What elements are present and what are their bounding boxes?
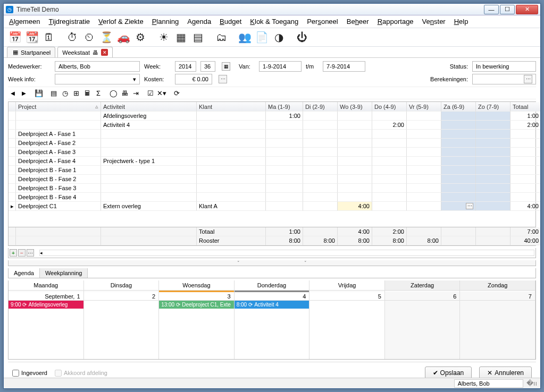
grid-cell[interactable] bbox=[266, 175, 303, 184]
grid-cell[interactable] bbox=[266, 130, 303, 139]
table-row[interactable]: Deelproject B - Fase 4 bbox=[9, 193, 535, 202]
cal-cell-mon[interactable]: 9:00 ⟳ Afdelingsoverleg bbox=[9, 301, 84, 359]
grid-cell[interactable] bbox=[266, 184, 303, 193]
grid-column-header[interactable]: Zo (7-9) bbox=[476, 102, 510, 112]
menu-item[interactable]: Budget bbox=[220, 18, 241, 25]
grid-cell[interactable] bbox=[372, 157, 407, 166]
stopwatch-gear-icon[interactable]: ⚙ bbox=[133, 30, 147, 44]
circle-icon[interactable]: ◯ bbox=[108, 88, 118, 98]
opslaan-button[interactable]: ✔Opslaan bbox=[425, 367, 472, 378]
grid-cell[interactable] bbox=[101, 148, 197, 157]
grid-cell[interactable] bbox=[9, 193, 16, 202]
grid-cell[interactable] bbox=[9, 130, 16, 139]
grid-cell[interactable] bbox=[197, 121, 266, 130]
grid-cell[interactable] bbox=[16, 121, 101, 130]
grid-cell[interactable] bbox=[441, 175, 476, 184]
date-to-field[interactable]: 7-9-2014 bbox=[323, 61, 365, 72]
grid-column-header[interactable]: Wo (3-9) bbox=[338, 102, 372, 112]
grid-cell[interactable]: Afdelingsoverleg bbox=[101, 112, 197, 121]
menu-item[interactable]: Beheer bbox=[347, 18, 369, 25]
grid-cell[interactable] bbox=[476, 130, 510, 139]
grid-cell[interactable] bbox=[9, 184, 16, 193]
menu-item[interactable]: Help bbox=[454, 18, 468, 25]
grid-cell[interactable] bbox=[266, 193, 303, 202]
calendar-date-cell[interactable]: 6 bbox=[385, 292, 461, 301]
grid-cell[interactable] bbox=[197, 148, 266, 157]
table-row[interactable]: Deelproject A - Fase 2 bbox=[9, 139, 535, 148]
grid-cell[interactable] bbox=[476, 166, 510, 175]
berekeningen-field[interactable]: ⋯ bbox=[472, 74, 536, 84]
table-row[interactable]: Activiteit 42:002:00 bbox=[9, 121, 535, 130]
grid-cell[interactable] bbox=[407, 112, 441, 121]
cal-cell-wed[interactable]: 13:00 ⟳ Deelproject C1, Exte bbox=[159, 301, 235, 359]
prev-icon[interactable]: ◄ bbox=[8, 88, 18, 98]
grid-cell[interactable] bbox=[372, 148, 407, 157]
minimize-button[interactable]: — bbox=[484, 5, 499, 14]
resize-grip-icon[interactable]: �ıı bbox=[526, 379, 537, 387]
grid-cell[interactable] bbox=[407, 166, 441, 175]
grid-cell[interactable]: 2:00 bbox=[510, 121, 540, 130]
grid-cell[interactable] bbox=[9, 166, 16, 175]
calendar-icon[interactable]: ⊞ bbox=[71, 88, 81, 98]
grid-cell[interactable]: Activiteit 4 bbox=[101, 121, 197, 130]
grid-cell[interactable] bbox=[407, 130, 441, 139]
grid-cell[interactable] bbox=[338, 148, 372, 157]
grid-cell[interactable] bbox=[441, 130, 476, 139]
card-icon[interactable]: 🗂 bbox=[214, 30, 228, 44]
grid-cell[interactable] bbox=[510, 130, 540, 139]
grid-cell[interactable] bbox=[197, 175, 266, 184]
grid-cell[interactable] bbox=[407, 157, 441, 166]
menu-item[interactable]: Personeel bbox=[307, 18, 338, 25]
event-afdelingsoverleg[interactable]: 9:00 ⟳ Afdelingsoverleg bbox=[9, 301, 83, 309]
calendar-date-cell[interactable]: 5 bbox=[309, 292, 385, 301]
grid-cell[interactable] bbox=[9, 112, 16, 121]
doc-icon[interactable]: ▤ bbox=[49, 88, 58, 98]
grid-cell[interactable] bbox=[407, 193, 441, 202]
grid-column-header[interactable]: Totaal bbox=[510, 102, 540, 112]
grid-cell[interactable] bbox=[9, 121, 16, 130]
grid-cell[interactable] bbox=[441, 112, 476, 121]
people-icon[interactable]: 👥 bbox=[238, 30, 252, 44]
print-icon[interactable]: 🖶 bbox=[92, 49, 99, 56]
table-row[interactable]: Deelproject A - Fase 1 bbox=[9, 130, 535, 139]
stopwatch-icon[interactable]: ⏱ bbox=[65, 30, 79, 44]
export-icon[interactable]: ⇥ bbox=[131, 88, 140, 98]
calendar-date-cell[interactable]: 2 bbox=[84, 292, 160, 301]
weekinfo-field[interactable]: ▾ bbox=[55, 74, 140, 84]
grid-cell[interactable] bbox=[16, 112, 101, 121]
check-icon[interactable]: ☑ bbox=[146, 88, 155, 98]
calendar-date-cell[interactable]: September,1 bbox=[9, 292, 84, 301]
grid-cell[interactable] bbox=[510, 184, 540, 193]
remove-row-button[interactable]: − bbox=[18, 249, 26, 257]
calendar-date-cell[interactable]: 7 bbox=[460, 292, 535, 301]
grid-cell[interactable] bbox=[303, 139, 338, 148]
grid-cell[interactable] bbox=[101, 184, 197, 193]
grid-cell[interactable] bbox=[266, 157, 303, 166]
menu-item[interactable]: Verlof & Ziekte bbox=[98, 18, 144, 25]
grid-cell[interactable] bbox=[510, 166, 540, 175]
grid-cell[interactable] bbox=[407, 148, 441, 157]
grid-cell[interactable] bbox=[476, 112, 510, 121]
tools-icon[interactable]: ✕▾ bbox=[157, 88, 166, 98]
table-row[interactable]: Deelproject B - Fase 2 bbox=[9, 175, 535, 184]
print-small-icon[interactable]: 🖶 bbox=[120, 88, 129, 98]
clock-icon[interactable]: ◷ bbox=[60, 88, 70, 98]
grid-cell[interactable] bbox=[372, 166, 407, 175]
calendar-star-icon[interactable]: 📆 bbox=[25, 30, 39, 44]
annuleren-button[interactable]: ✕Annuleren bbox=[479, 367, 532, 378]
grid-cell[interactable] bbox=[476, 175, 510, 184]
horizontal-scrollbar[interactable]: ◂ bbox=[39, 250, 534, 256]
grid-cell[interactable] bbox=[266, 121, 303, 130]
cal-cell-sun[interactable] bbox=[460, 301, 535, 359]
grid-cell[interactable] bbox=[476, 139, 510, 148]
menu-item[interactable]: Algemeen bbox=[9, 18, 40, 25]
grid-cell[interactable] bbox=[476, 157, 510, 166]
grid-cell[interactable] bbox=[372, 202, 407, 211]
menu-item[interactable]: Klok & Toegang bbox=[250, 18, 298, 25]
grid-cell[interactable] bbox=[407, 139, 441, 148]
table-row[interactable]: Afdelingsoverleg1:001:00 bbox=[9, 112, 535, 121]
event-activiteit-4[interactable]: 8:00 ⟳ Activiteit 4 bbox=[235, 301, 309, 309]
maximize-button[interactable]: ☐ bbox=[500, 5, 515, 14]
grid-cell[interactable] bbox=[266, 202, 303, 211]
grid-cell[interactable] bbox=[510, 148, 540, 157]
